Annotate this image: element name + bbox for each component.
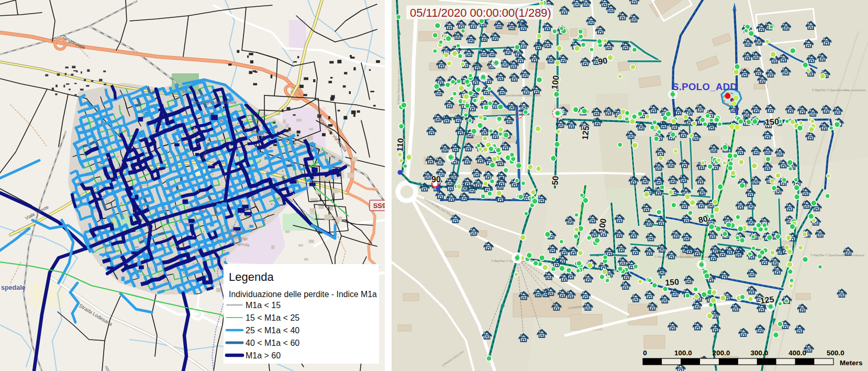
svg-text:Individuazione delle perdite -: Individuazione delle perdite - Indice M1…	[229, 290, 377, 299]
svg-text:125: 125	[581, 125, 591, 140]
svg-text:M1a > 60: M1a > 60	[246, 351, 281, 360]
svg-text:400.0: 400.0	[788, 349, 806, 357]
svg-text:110: 110	[395, 138, 405, 152]
svg-text:0: 0	[643, 349, 647, 357]
svg-text:150: 150	[765, 117, 780, 126]
svg-text:© MapTiler © OpenStreetMap con: © MapTiler © OpenStreetMap contributors	[810, 254, 864, 257]
svg-text:spedale: spedale	[1, 284, 26, 291]
svg-text:40 < M1a < 60: 40 < M1a < 60	[246, 339, 299, 347]
svg-text:200.0: 200.0	[713, 349, 730, 357]
svg-text:© MapTiler © OpenStreetMap con: © MapTiler © OpenStreetMap contributors	[812, 89, 866, 92]
svg-text:50: 50	[550, 176, 560, 186]
svg-text:25 < M1a < 40: 25 < M1a < 40	[246, 326, 299, 335]
svg-text:90: 90	[597, 56, 608, 66]
svg-text:90: 90	[431, 175, 441, 184]
svg-text:Legenda: Legenda	[229, 270, 274, 283]
svg-text:Via Bagnacalio Martelli: Via Bagnacalio Martelli	[194, 100, 236, 105]
svg-text:100.0: 100.0	[674, 349, 692, 357]
svg-text:05/11/2020 00:00:00(1/289): 05/11/2020 00:00:00(1/289)	[410, 6, 551, 19]
svg-text:150: 150	[665, 277, 680, 287]
svg-text:S.POLO_ADD: S.POLO_ADD	[672, 81, 737, 92]
svg-text:300.0: 300.0	[751, 349, 769, 357]
svg-text:SS9: SS9	[373, 202, 385, 210]
svg-text:15 < M1a < 25: 15 < M1a < 25	[246, 313, 299, 322]
svg-text:Meters: Meters	[840, 359, 863, 367]
svg-text:80: 80	[697, 214, 708, 224]
svg-text:500.0: 500.0	[827, 349, 844, 357]
svg-text:M1a < 15: M1a < 15	[246, 301, 281, 310]
